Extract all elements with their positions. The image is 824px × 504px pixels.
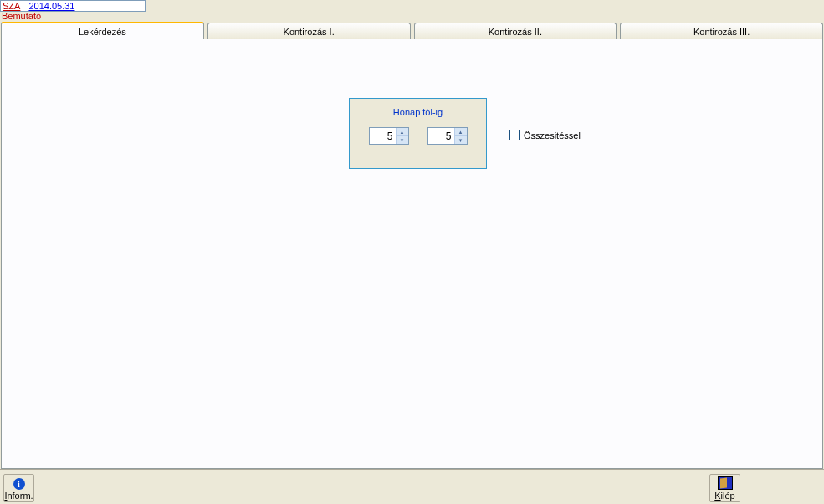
inform-label: Inform. <box>4 491 33 501</box>
tab-label: Kontirozás II. <box>489 27 542 37</box>
tab-bar: Lekérdezés Kontirozás I. Kontirozás II. … <box>1 23 823 40</box>
inform-button[interactable]: i Inform. <box>3 474 34 502</box>
tab-kontirozas-1[interactable]: Kontirozás I. <box>207 23 411 39</box>
spin-up-icon[interactable]: ▲ <box>455 128 467 136</box>
header-code: SZA <box>3 1 20 11</box>
spin-down-icon[interactable]: ▼ <box>455 136 467 144</box>
group-title: Hónap tól-ig <box>350 107 486 117</box>
bottom-toolbar: i Inform. Kilép <box>0 469 824 504</box>
door-icon <box>718 476 733 490</box>
month-range-group: Hónap tól-ig 5 ▲ ▼ 5 ▲ ▼ <box>349 98 487 169</box>
spinner-row: 5 ▲ ▼ 5 ▲ ▼ <box>350 127 486 145</box>
month-to-value[interactable]: 5 <box>428 128 454 144</box>
summary-checkbox-row[interactable]: Összesitéssel <box>509 130 581 140</box>
content-panel: Hónap tól-ig 5 ▲ ▼ 5 ▲ ▼ Összesitéssel <box>1 39 823 469</box>
spinner-buttons: ▲ ▼ <box>396 128 408 144</box>
tab-kontirozas-2[interactable]: Kontirozás II. <box>414 23 617 39</box>
header-date: 2014.05.31 <box>28 1 74 11</box>
checkbox-icon[interactable] <box>509 130 520 140</box>
tab-label: Lekérdezés <box>79 27 126 37</box>
tab-kontirozas-3[interactable]: Kontirozás III. <box>620 23 823 39</box>
info-icon: i <box>13 478 25 490</box>
month-from-value[interactable]: 5 <box>370 128 396 144</box>
tab-label: Kontirozás III. <box>693 27 750 37</box>
tab-query[interactable]: Lekérdezés <box>1 22 204 39</box>
header-bar: SZA 2014.05.31 Bemutató <box>0 0 146 21</box>
month-from-spinner[interactable]: 5 ▲ ▼ <box>369 127 409 145</box>
exit-label: Kilép <box>714 491 734 501</box>
tab-label: Kontirozás I. <box>284 27 335 37</box>
spin-up-icon[interactable]: ▲ <box>397 128 408 136</box>
header-subtitle: Bemutató <box>0 12 146 20</box>
spinner-buttons: ▲ ▼ <box>454 128 467 144</box>
checkbox-label: Összesitéssel <box>524 130 581 140</box>
spin-down-icon[interactable]: ▼ <box>397 136 408 144</box>
exit-button[interactable]: Kilép <box>709 474 740 502</box>
header-info-box: SZA 2014.05.31 <box>0 0 146 12</box>
month-to-spinner[interactable]: 5 ▲ ▼ <box>427 127 468 145</box>
